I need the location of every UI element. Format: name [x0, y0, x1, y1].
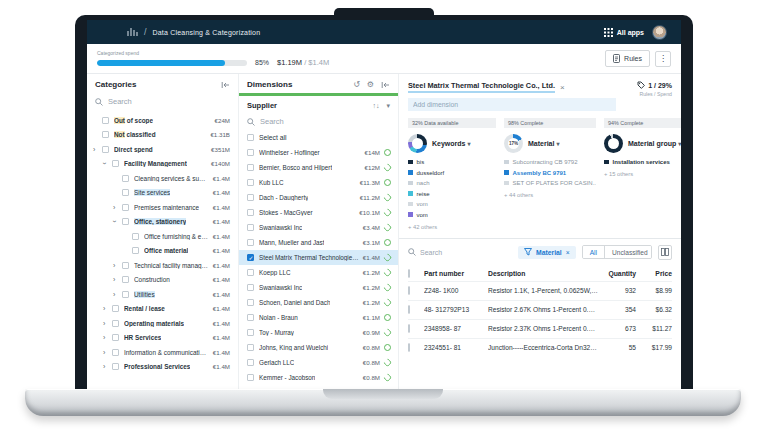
table-row[interactable]: 48- 312792P13 Resistor 2.67K Ohms 1-Perc…	[408, 300, 672, 319]
category-row[interactable]: Not classified €1.31B	[87, 128, 238, 143]
history-icon[interactable]: ↺	[353, 81, 360, 89]
supplier-checkbox[interactable]	[247, 209, 254, 216]
category-checkbox[interactable]	[112, 349, 119, 356]
category-row[interactable]: Operating materials €1.4M	[87, 316, 238, 331]
supplier-row[interactable]: Dach - Daugherty €11.2M	[239, 190, 398, 205]
material-item[interactable]: Assembly BC 9791	[504, 170, 596, 176]
supplier-row[interactable]: Nolan - Braun €1.1M	[239, 310, 398, 325]
category-row[interactable]: Office furnishing & equipment €1.4M	[87, 229, 238, 244]
select-all-parts-checkbox[interactable]	[408, 269, 410, 278]
chevron-icon[interactable]	[103, 160, 112, 167]
chevron-icon[interactable]	[103, 320, 112, 327]
supplier-checkbox[interactable]	[247, 284, 254, 291]
toggle-unclassified[interactable]: Unclassified	[605, 246, 652, 258]
category-checkbox[interactable]	[132, 233, 139, 240]
category-row[interactable]: Out of scope €24M	[87, 113, 238, 128]
supplier-row[interactable]: Steel Matrix Thermal Technologie Co., Lt…	[239, 250, 398, 265]
keyword-item[interactable]: reise	[408, 191, 496, 197]
chevron-icon[interactable]	[113, 262, 122, 269]
supplier-checkbox[interactable]	[247, 254, 254, 261]
table-row[interactable]: 2324551- 81 Junction-----Eccentrica-Cort…	[408, 338, 672, 357]
category-checkbox[interactable]	[102, 131, 109, 138]
material-item[interactable]: Subcontracting CB 9792	[504, 159, 596, 165]
keywords-dropdown[interactable]: Keywords ▾	[432, 140, 470, 147]
chevron-icon[interactable]	[93, 146, 102, 153]
supplier-row[interactable]: Gerlach LLC €0.8M	[239, 355, 398, 370]
category-checkbox[interactable]	[122, 218, 129, 225]
category-row[interactable]: Professional Services €1.4M	[87, 360, 238, 375]
select-all-row[interactable]: Select all	[239, 131, 398, 145]
supplier-row[interactable]: Schoen, Daniel and Dach €1.2M	[239, 295, 398, 310]
rules-button[interactable]: Rules	[605, 50, 650, 67]
supplier-checkbox[interactable]	[247, 269, 254, 276]
category-row[interactable]: Utilities €1.4M	[87, 287, 238, 302]
supplier-checkbox[interactable]	[247, 314, 254, 321]
select-all-checkbox[interactable]	[247, 134, 254, 141]
material-group-dropdown[interactable]: Material group ▾	[628, 140, 681, 147]
category-checkbox[interactable]	[112, 334, 119, 341]
supplier-checkbox[interactable]	[247, 359, 254, 366]
material-item[interactable]: SET OF PLATES FOR CASIN...	[504, 180, 596, 186]
chevron-icon[interactable]	[113, 218, 122, 225]
row-checkbox[interactable]	[408, 324, 410, 333]
category-row[interactable]: Technical facility management €1.4M	[87, 258, 238, 273]
chevron-down-icon[interactable]: ▾	[386, 102, 390, 109]
category-checkbox[interactable]	[102, 146, 109, 153]
supplier-checkbox[interactable]	[247, 239, 254, 246]
row-checkbox[interactable]	[408, 343, 410, 352]
row-checkbox[interactable]	[408, 305, 410, 314]
category-row[interactable]: Site services €1.4M	[87, 186, 238, 201]
category-checkbox[interactable]	[122, 276, 129, 283]
supplier-checkbox[interactable]	[247, 329, 254, 336]
supplier-row[interactable]: Toy - Murray €0.9M	[239, 325, 398, 340]
category-checkbox[interactable]	[112, 305, 119, 312]
keyword-item[interactable]: vom	[408, 201, 496, 207]
supplier-checkbox[interactable]	[247, 194, 254, 201]
supplier-row[interactable]: Winthelser - Hoflinger €14M	[239, 145, 398, 160]
columns-button[interactable]	[658, 245, 672, 260]
chevron-icon[interactable]	[113, 204, 122, 211]
material-filter-chip[interactable]: Material ×	[518, 246, 576, 259]
supplier-checkbox[interactable]	[247, 374, 254, 381]
more-options-button[interactable]: ⋮	[655, 51, 671, 67]
supplier-search[interactable]	[239, 113, 398, 131]
close-icon[interactable]: ×	[566, 249, 570, 256]
chevron-icon[interactable]	[103, 334, 112, 341]
supplier-row[interactable]: Swaniawski Inc €3.4M	[239, 220, 398, 235]
keyword-item[interactable]: dusseldorf	[408, 170, 496, 176]
supplier-checkbox[interactable]	[247, 149, 254, 156]
collapse-panel-icon[interactable]	[381, 81, 390, 89]
toggle-all[interactable]: All	[583, 246, 605, 258]
keyword-item[interactable]: nach	[408, 180, 496, 186]
material-dropdown[interactable]: Material ▾	[528, 140, 559, 147]
category-row[interactable]: Information & communication technol... €…	[87, 345, 238, 360]
collapse-panel-icon[interactable]	[221, 81, 230, 89]
chevron-icon[interactable]	[103, 363, 112, 370]
category-checkbox[interactable]	[112, 160, 119, 167]
category-checkbox[interactable]	[112, 363, 119, 370]
user-avatar[interactable]	[652, 25, 667, 40]
supplier-checkbox[interactable]	[247, 164, 254, 171]
supplier-row[interactable]: Stokes - MacGyver €10.1M	[239, 205, 398, 220]
category-row[interactable]: Facility Management €140M	[87, 157, 238, 172]
category-row[interactable]: Direct spend €351M	[87, 142, 238, 157]
category-checkbox[interactable]	[122, 204, 129, 211]
supplier-row[interactable]: Mann, Mueller and Jast €3.1M	[239, 235, 398, 250]
category-checkbox[interactable]	[112, 320, 119, 327]
supplier-checkbox[interactable]	[247, 179, 254, 186]
material-group-others-link[interactable]: + 15 others	[604, 171, 681, 177]
chevron-icon[interactable]	[103, 349, 112, 356]
category-row[interactable]: HR Services €1.4M	[87, 331, 238, 346]
row-checkbox[interactable]	[408, 286, 410, 295]
sort-icon[interactable]: ↑↓	[372, 102, 379, 109]
category-row[interactable]: Premises maintenance €1.4M	[87, 200, 238, 215]
category-row[interactable]: Construction €1.4M	[87, 273, 238, 288]
supplier-row[interactable]: Bernier, Bosco and Hilpert €12M	[239, 160, 398, 175]
chevron-icon[interactable]	[113, 276, 122, 283]
supplier-row[interactable]: Johns, King and Wuelchi €0.8M	[239, 340, 398, 355]
supplier-checkbox[interactable]	[247, 224, 254, 231]
supplier-checkbox[interactable]	[247, 344, 254, 351]
supplier-row[interactable]: Swaniawski Inc €1.2M	[239, 280, 398, 295]
category-checkbox[interactable]	[122, 175, 129, 182]
category-checkbox[interactable]	[122, 291, 129, 298]
